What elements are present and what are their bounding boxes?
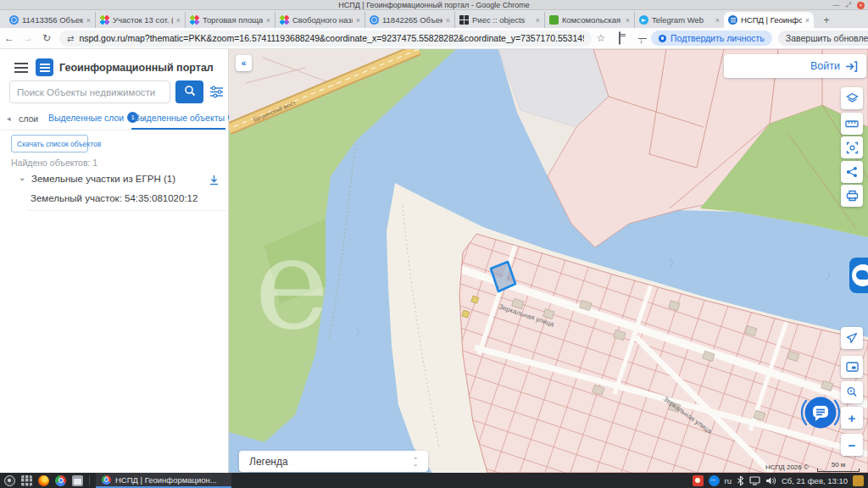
select-area-icon <box>846 141 859 154</box>
chrome-icon[interactable] <box>55 475 66 486</box>
search-location-button[interactable] <box>841 381 863 403</box>
window-titlebar: НСПД | Геоинформационный портал - Google… <box>0 0 868 10</box>
tab-layers[interactable]: слои <box>19 114 38 124</box>
tab-label: Торговая площадь <box>203 15 263 25</box>
menu-icon[interactable] <box>14 63 28 64</box>
layers-icon <box>846 92 859 105</box>
browser-tab[interactable]: Telegram Web <box>634 12 724 28</box>
browser-tab[interactable]: Участок 13 сот. (ИЖ <box>95 12 185 28</box>
browser-tab[interactable]: Комсомольская ул <box>544 12 634 28</box>
print-icon <box>846 190 859 202</box>
tab-label: Участок 13 сот. (ИЖ <box>113 15 173 25</box>
sidebar-collapse-button[interactable] <box>236 55 252 71</box>
browser-tab-active[interactable]: НСПД | Геоинформ <box>724 12 814 28</box>
print-button[interactable] <box>841 185 863 207</box>
legend-bar[interactable]: Легенда <box>239 451 428 472</box>
nspd-favicon <box>728 15 737 25</box>
display-icon[interactable] <box>749 476 760 485</box>
active-task-label: НСПД | Геоинформацион... <box>115 475 217 485</box>
share-button[interactable] <box>841 161 863 183</box>
object-group-title[interactable]: Земельные участки из ЕГРН (1) <box>31 174 175 184</box>
clock[interactable]: Сб, 21 фев, 13:10 <box>782 476 848 485</box>
maximize-icon[interactable] <box>846 1 851 9</box>
login-bar[interactable]: Войти <box>724 54 866 78</box>
search-button[interactable] <box>175 80 203 103</box>
chat-button[interactable] <box>798 391 843 435</box>
layers-button[interactable] <box>841 87 863 109</box>
forward-icon[interactable] <box>19 32 37 44</box>
ruler-button[interactable] <box>841 113 863 135</box>
globe-favicon <box>9 15 19 25</box>
active-task-button[interactable]: НСПД | Геоинформацион... <box>96 473 231 488</box>
minimize-icon[interactable] <box>833 1 840 9</box>
reading-list-icon[interactable] <box>610 32 629 44</box>
map-scale: 50 м <box>817 461 860 472</box>
tab-label: 11413356 Объект <box>22 15 83 25</box>
browser-tab[interactable]: Риес :: objects <box>454 12 544 28</box>
tab-close-icon[interactable] <box>356 16 360 25</box>
apps-grid-icon[interactable] <box>21 475 32 486</box>
minimap-icon <box>846 362 859 372</box>
search-input[interactable] <box>9 80 170 103</box>
legend-expand-icon[interactable] <box>413 458 418 466</box>
back-icon[interactable] <box>0 32 19 44</box>
bookmark-star-icon[interactable] <box>592 32 610 44</box>
taskbar: НСПД | Геоинформацион... ru Сб, 21 фев, … <box>0 473 868 488</box>
download-icon[interactable] <box>209 174 220 189</box>
tab-close-icon[interactable] <box>446 16 450 25</box>
minimap-button[interactable] <box>841 356 863 378</box>
zoom-out-button[interactable] <box>841 434 863 456</box>
reload-icon[interactable] <box>37 32 56 44</box>
teamviewer-tray-icon[interactable] <box>709 475 720 486</box>
browser-tab[interactable]: Свободного назнач <box>275 12 364 28</box>
download-object-list-button[interactable]: Скачать список объектов <box>11 135 88 152</box>
desktop-screen: НСПД | Геоинформационный портал - Google… <box>0 0 868 488</box>
map-canvas[interactable]: Бугринский мост <box>229 49 868 473</box>
tabs-scroll-left-icon[interactable] <box>7 114 11 123</box>
tab-close-icon[interactable] <box>86 16 91 25</box>
browser-tab[interactable]: 11842265 Объект <box>364 12 454 28</box>
tab-close-icon[interactable] <box>626 16 630 25</box>
select-area-button[interactable] <box>841 136 863 158</box>
anydesk-tray-icon[interactable] <box>693 475 704 486</box>
tab-close-icon[interactable] <box>176 16 181 25</box>
verify-identity-button[interactable]: Подтвердить личность <box>651 30 772 46</box>
site-info-icon[interactable] <box>67 34 74 43</box>
verify-identity-label: Подтвердить личность <box>670 33 765 43</box>
file-manager-icon[interactable] <box>72 475 83 486</box>
portal-title: Геоинформационный портал <box>59 62 214 74</box>
tabs-divider <box>0 130 229 130</box>
browser-tab[interactable]: Торговая площадь <box>185 12 275 28</box>
tab-label: 11842265 Объект <box>382 15 442 25</box>
filter-icon[interactable] <box>209 85 224 103</box>
object-item[interactable]: Земельный участок: 54:35:081020:12 <box>31 193 198 203</box>
tab-close-icon[interactable] <box>805 16 810 25</box>
browser-tab[interactable]: 11413356 Объект <box>5 12 95 28</box>
close-icon[interactable] <box>857 2 865 9</box>
bluetooth-icon[interactable] <box>737 475 744 486</box>
map-favicon <box>549 15 559 25</box>
chevron-down-icon[interactable] <box>19 173 25 182</box>
volume-icon[interactable] <box>765 476 776 485</box>
url-text: nspd.gov.ru/map?thematic=PKK&zoom=16.574… <box>79 33 584 43</box>
tab-close-icon[interactable] <box>266 16 270 25</box>
address-bar[interactable]: nspd.gov.ru/map?thematic=PKK&zoom=16.574… <box>59 30 592 47</box>
language-indicator[interactable]: ru <box>725 476 732 485</box>
search-pin-icon <box>846 386 858 398</box>
tab-label: Свободного назнач <box>292 15 353 25</box>
tab-close-icon[interactable] <box>536 16 540 25</box>
tray-app-icon[interactable] <box>853 475 864 486</box>
zoom-in-button[interactable] <box>841 407 863 429</box>
browser-toolbar: nspd.gov.ru/map?thematic=PKK&zoom=16.574… <box>0 28 868 49</box>
my-location-button[interactable] <box>841 327 863 349</box>
results-count: Найдено объектов: 1 <box>11 158 97 168</box>
tab-close-icon[interactable] <box>715 16 720 25</box>
tab-selected-layers[interactable]: Выделенные слои 1 <box>48 112 147 123</box>
app-menu-icon[interactable] <box>4 475 15 486</box>
scale-bar <box>817 469 860 472</box>
chrome-icon <box>102 475 111 485</box>
new-tab-button[interactable] <box>819 13 834 28</box>
firefox-icon[interactable] <box>38 475 49 486</box>
panorama-button[interactable] <box>849 258 868 293</box>
finish-update-button[interactable]: Завершить обновление <box>778 30 868 46</box>
